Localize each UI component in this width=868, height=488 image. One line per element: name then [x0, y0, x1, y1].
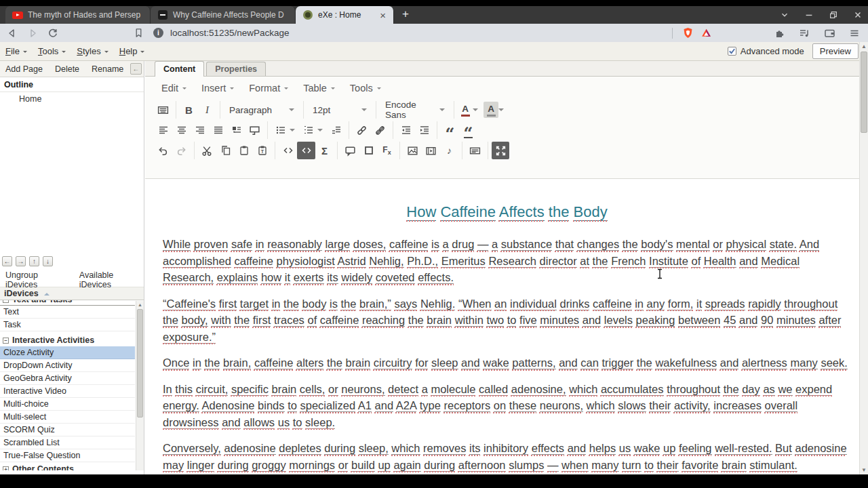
menu-styles[interactable]: Styles	[71, 46, 113, 56]
idevice-item-interactive-video[interactable]: Interactive Video	[0, 385, 135, 398]
idevice-item-dropdown-activity[interactable]: DropDown Activity	[0, 359, 135, 372]
document-canvas[interactable]: How Caffeine Affects the Body While prov…	[145, 179, 859, 474]
ungroup-idevices-button[interactable]: Ungroup iDevices	[5, 270, 68, 289]
brave-shield-icon[interactable]	[682, 27, 694, 39]
align-right-button[interactable]	[191, 121, 209, 139]
move-right-button[interactable]: →	[16, 256, 26, 266]
extensions-puzzle-icon[interactable]	[774, 28, 785, 39]
align-center-button[interactable]	[172, 121, 191, 139]
scroll-down-icon[interactable]: ▼	[860, 466, 868, 474]
move-up-button[interactable]: ↑	[29, 256, 39, 266]
window-minimize-icon[interactable]	[804, 10, 814, 20]
toolbar-toggle-button[interactable]	[154, 101, 172, 119]
editor-menu-table[interactable]: Table	[299, 83, 339, 94]
address-bar[interactable]: i localhost:51235/newPackage	[153, 27, 716, 39]
text-color-button[interactable]: A	[458, 102, 473, 118]
inline-quote-button[interactable]: “	[459, 121, 477, 139]
outline-item-home[interactable]: Home	[0, 92, 144, 106]
code-sample-button[interactable]	[297, 142, 315, 159]
idevice-item-task[interactable]: Task	[0, 319, 135, 331]
block-format-select[interactable]: Paragraph	[224, 101, 300, 119]
editor-menu-format[interactable]: Format	[245, 83, 292, 94]
delete-button[interactable]: Delete	[55, 64, 79, 74]
tab-properties[interactable]: Properties	[206, 62, 266, 76]
numbered-list-button[interactable]	[299, 121, 317, 139]
font-size-select[interactable]: 12pt	[307, 101, 372, 119]
insert-link-button[interactable]	[353, 121, 371, 139]
insert-audio-button[interactable]: ♪	[440, 142, 458, 159]
font-family-select[interactable]: Encode Sans	[380, 101, 450, 119]
editor-menu-insert[interactable]: Insert	[197, 83, 238, 94]
italic-button[interactable]: I	[198, 101, 216, 119]
browser-tab-active[interactable]: eXe : Home ×	[296, 6, 394, 24]
paste-button[interactable]	[235, 142, 253, 159]
new-tab-button[interactable]: +	[402, 7, 409, 21]
available-idevices-button[interactable]: Available iDevices	[79, 270, 144, 289]
undo-button[interactable]	[154, 142, 172, 159]
indent-button[interactable]	[415, 121, 433, 139]
forward-button[interactable]	[24, 25, 41, 41]
move-down-button[interactable]: ↓	[43, 256, 53, 266]
idevice-item-true-false[interactable]: True-False Question	[0, 449, 135, 462]
insert-block-button[interactable]	[227, 121, 245, 139]
move-left-button[interactable]: ←	[2, 256, 12, 266]
show-blocks-button[interactable]	[359, 142, 378, 159]
bullet-list-button[interactable]	[271, 121, 290, 139]
collapse-pane-button[interactable]: ←	[130, 63, 142, 75]
effects-button[interactable]: Fx	[378, 142, 396, 159]
idevice-item-text[interactable]: Text	[0, 306, 135, 319]
chevron-down-icon[interactable]	[473, 108, 478, 114]
scroll-up-icon[interactable]: ▲	[136, 301, 144, 308]
menu-hamburger-icon[interactable]	[849, 28, 860, 39]
idevice-item-multi-choice[interactable]: Multi-choice	[0, 398, 135, 411]
rename-button[interactable]: Rename	[92, 64, 123, 74]
insert-html-button[interactable]	[466, 142, 484, 159]
align-left-button[interactable]	[154, 121, 172, 139]
editor-menu-edit[interactable]: Edit	[157, 83, 191, 94]
menu-file[interactable]: File	[0, 46, 33, 56]
chevron-down-icon[interactable]	[290, 129, 295, 134]
copy-button[interactable]	[216, 142, 235, 159]
callout-button[interactable]	[245, 121, 264, 139]
site-info-icon[interactable]: i	[153, 28, 163, 38]
scroll-up-icon[interactable]: ▲	[860, 42, 868, 51]
wallet-icon[interactable]	[824, 28, 835, 39]
source-code-button[interactable]	[279, 142, 297, 159]
window-close-icon[interactable]	[853, 10, 863, 20]
insert-media-button[interactable]	[422, 142, 440, 159]
line-spacing-button[interactable]	[327, 121, 345, 139]
align-justify-button[interactable]	[209, 121, 227, 139]
browser-tab-2[interactable]: Why Caffeine Affects People D	[151, 6, 296, 24]
idevices-column-header[interactable]: iDevices	[0, 287, 144, 300]
preview-button[interactable]: Preview	[812, 43, 859, 59]
cut-button[interactable]	[198, 142, 216, 159]
reload-button[interactable]	[45, 25, 61, 41]
advanced-mode-checkbox[interactable]	[728, 47, 736, 56]
chevron-down-icon[interactable]	[317, 129, 323, 134]
idevices-scrollbar[interactable]: ▲	[136, 301, 144, 470]
remove-link-button[interactable]	[371, 121, 389, 139]
redo-button[interactable]	[172, 142, 191, 159]
paste-as-text-button[interactable]: T	[253, 142, 271, 159]
fullscreen-button[interactable]	[492, 142, 509, 159]
scrollbar-thumb[interactable]	[861, 52, 867, 133]
back-button[interactable]	[4, 25, 20, 41]
tab-content[interactable]: Content	[155, 61, 204, 77]
insert-image-button[interactable]	[403, 142, 422, 159]
browser-tab-1[interactable]: The myth of Hades and Persep	[5, 6, 151, 24]
background-color-button[interactable]: A	[484, 102, 498, 118]
tab-close-icon[interactable]: ×	[379, 10, 387, 20]
scrollbar-thumb[interactable]	[137, 309, 143, 418]
window-chevron-icon[interactable]	[780, 10, 789, 20]
math-button[interactable]: Σ	[315, 142, 334, 159]
idevice-item-scorm-quiz[interactable]: SCORM Quiz	[0, 424, 135, 436]
bat-icon[interactable]	[701, 27, 712, 39]
bold-button[interactable]: B	[180, 101, 198, 119]
idevice-item-scrambled-list[interactable]: Scrambled List	[0, 436, 135, 449]
add-page-button[interactable]: Add Page	[5, 64, 43, 74]
menu-tools[interactable]: Tools	[33, 46, 71, 56]
comment-button[interactable]	[341, 142, 359, 159]
app-scrollbar[interactable]: ▲ ▼	[859, 42, 868, 474]
blockquote-button[interactable]: “	[441, 121, 459, 139]
idevice-item-cloze-activity[interactable]: Cloze Activity	[0, 346, 135, 359]
